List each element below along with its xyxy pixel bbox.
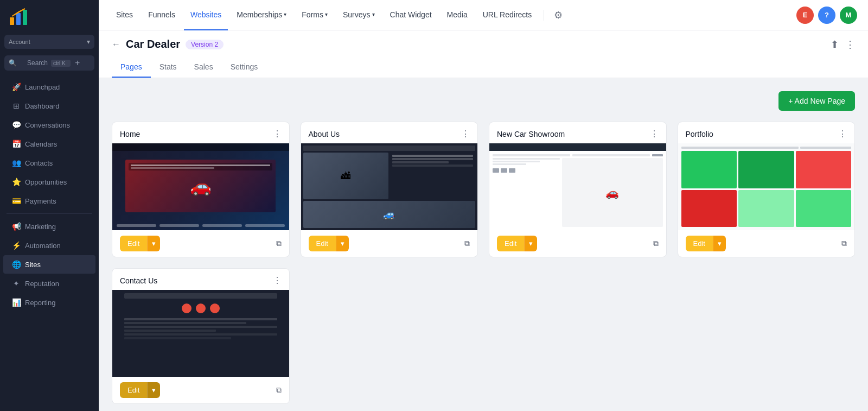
edit-dropdown-portfolio[interactable]: ▾ (713, 236, 726, 251)
account-selector[interactable]: Account ▾ (0, 33, 99, 53)
page-card-preview-portfolio (678, 143, 855, 230)
sidebar-item-reputation[interactable]: ✦ Reputation (3, 274, 95, 293)
add-new-page-button[interactable]: + Add New Page (778, 91, 855, 111)
page-card-title-home: Home (120, 130, 140, 138)
page-header-left: ← Car Dealer Version 2 (112, 38, 224, 50)
page-card-menu-contact[interactable]: ⋮ (273, 275, 282, 286)
pages-toolbar: + Add New Page (112, 91, 855, 111)
tab-stats[interactable]: Stats (151, 57, 186, 78)
sidebar-item-reporting[interactable]: 📊 Reporting (3, 293, 95, 312)
forms-dropdown-icon: ▾ (325, 11, 328, 17)
topbar-right: E ? M (796, 7, 857, 24)
page-card-preview-showroom: 🚗 (489, 143, 666, 230)
page-card-header-home: Home ⋮ (112, 122, 289, 143)
tab-pages[interactable]: Pages (112, 57, 151, 78)
sidebar: Account ▾ 🔍 Search ctrl K + 🚀 Launchpad … (0, 0, 99, 411)
avatar-user[interactable]: M (840, 7, 857, 24)
edit-main-showroom[interactable]: Edit (497, 236, 524, 251)
pages-grid: Home ⋮ 🚗 (112, 122, 855, 404)
edit-main-home[interactable]: Edit (120, 236, 147, 251)
more-options-icon[interactable]: ⋮ (845, 39, 855, 50)
sidebar-item-automation[interactable]: ⚡ Automation (3, 236, 95, 255)
page-card-menu-home[interactable]: ⋮ (273, 129, 282, 139)
edit-button-contact[interactable]: Edit ▾ (120, 382, 160, 398)
search-bar[interactable]: 🔍 Search ctrl K + (4, 55, 94, 71)
sidebar-item-calendars[interactable]: 📅 Calendars (3, 135, 95, 153)
page-header: ← Car Dealer Version 2 ⬆ ⋮ Pages Stats S… (99, 30, 868, 78)
sidebar-item-sites[interactable]: 🌐 Sites (3, 255, 95, 274)
external-link-portfolio[interactable]: ⧉ (841, 239, 847, 248)
external-link-home[interactable]: ⧉ (276, 239, 282, 248)
page-card-header-showroom: New Car Showroom ⋮ (489, 122, 666, 143)
nav-sites[interactable]: Sites (110, 0, 139, 30)
tab-settings[interactable]: Settings (222, 57, 267, 78)
edit-main-contact[interactable]: Edit (120, 382, 147, 398)
edit-main-portfolio[interactable]: Edit (686, 236, 713, 251)
edit-main-about[interactable]: Edit (309, 236, 336, 251)
sidebar-item-marketing[interactable]: 📢 Marketing (3, 217, 95, 236)
sidebar-item-dashboard[interactable]: ⊞ Dashboard (3, 97, 95, 115)
avatar-chat[interactable]: E (796, 7, 814, 24)
page-card-footer-about: Edit ▾ ⧉ (301, 230, 478, 257)
sidebar-item-launchpad[interactable]: 🚀 Launchpad (3, 78, 95, 96)
account-dropdown[interactable]: Account ▾ (4, 35, 94, 49)
external-link-showroom[interactable]: ⧉ (653, 239, 659, 248)
sub-tabs: Pages Stats Sales Settings (112, 57, 855, 78)
settings-icon-btn[interactable]: ⚙ (550, 7, 567, 24)
sidebar-divider (7, 213, 92, 214)
sidebar-item-label-dashboard: Dashboard (25, 102, 60, 110)
dashboard-icon: ⊞ (12, 102, 21, 110)
sidebar-item-conversations[interactable]: 💬 Conversations (3, 116, 95, 134)
nav-media[interactable]: Media (441, 0, 474, 30)
sidebar-item-label-reporting: Reporting (25, 299, 55, 307)
nav-chat-widget[interactable]: Chat Widget (384, 0, 438, 30)
edit-dropdown-home[interactable]: ▾ (147, 236, 160, 251)
edit-dropdown-showroom[interactable]: ▾ (524, 236, 537, 251)
search-label: Search (27, 59, 48, 67)
external-link-contact[interactable]: ⧉ (276, 385, 282, 395)
page-card-menu-about[interactable]: ⋮ (461, 129, 470, 139)
nav-websites[interactable]: Websites (184, 0, 228, 30)
nav-url-redirects[interactable]: URL Redirects (476, 0, 539, 30)
search-icon: 🔍 (9, 59, 24, 67)
page-card-preview-contact (112, 290, 289, 377)
new-item-icon[interactable]: + (75, 58, 90, 68)
nav-forms[interactable]: Forms ▾ (295, 0, 334, 30)
nav-memberships[interactable]: Memberships ▾ (230, 0, 293, 30)
edit-dropdown-contact[interactable]: ▾ (147, 382, 160, 398)
app-logo-icon (9, 8, 28, 27)
sidebar-logo-area (0, 0, 99, 33)
sidebar-item-payments[interactable]: 💳 Payments (3, 192, 95, 210)
sidebar-item-label-payments: Payments (25, 197, 56, 205)
version-badge: Version 2 (186, 40, 224, 49)
edit-button-showroom[interactable]: Edit ▾ (497, 236, 537, 251)
edit-dropdown-about[interactable]: ▾ (336, 236, 349, 251)
page-card-menu-portfolio[interactable]: ⋮ (838, 129, 847, 139)
tab-sales[interactable]: Sales (186, 57, 222, 78)
back-button[interactable]: ← (112, 40, 120, 49)
avatar-help[interactable]: ? (818, 7, 835, 24)
page-card-footer-contact: Edit ▾ ⧉ (112, 377, 289, 403)
svg-rect-0 (10, 17, 14, 25)
sidebar-item-label-opportunities: Opportunities (25, 178, 67, 186)
sites-icon: 🌐 (12, 260, 21, 269)
page-card-header-about: About Us ⋮ (301, 122, 478, 143)
share-icon[interactable]: ⬆ (831, 39, 839, 50)
edit-button-portfolio[interactable]: Edit ▾ (686, 236, 726, 251)
nav-divider (544, 10, 544, 21)
automation-icon: ⚡ (12, 241, 21, 250)
sidebar-item-label-marketing: Marketing (25, 223, 56, 231)
page-header-right: ⬆ ⋮ (831, 39, 855, 50)
nav-surveys[interactable]: Surveys ▾ (336, 0, 381, 30)
sidebar-item-label-conversations: Conversations (25, 121, 70, 129)
sidebar-item-contacts[interactable]: 👥 Contacts (3, 154, 95, 172)
sidebar-item-opportunities[interactable]: ⭐ Opportunities (3, 173, 95, 191)
external-link-about[interactable]: ⧉ (464, 239, 470, 248)
edit-button-home[interactable]: Edit ▾ (120, 236, 160, 251)
edit-button-about[interactable]: Edit ▾ (309, 236, 349, 251)
reporting-icon: 📊 (12, 298, 21, 307)
nav-funnels[interactable]: Funnels (142, 0, 182, 30)
sidebar-item-label-launchpad: Launchpad (25, 83, 60, 91)
surveys-dropdown-icon: ▾ (372, 11, 375, 17)
page-card-menu-showroom[interactable]: ⋮ (650, 129, 659, 139)
